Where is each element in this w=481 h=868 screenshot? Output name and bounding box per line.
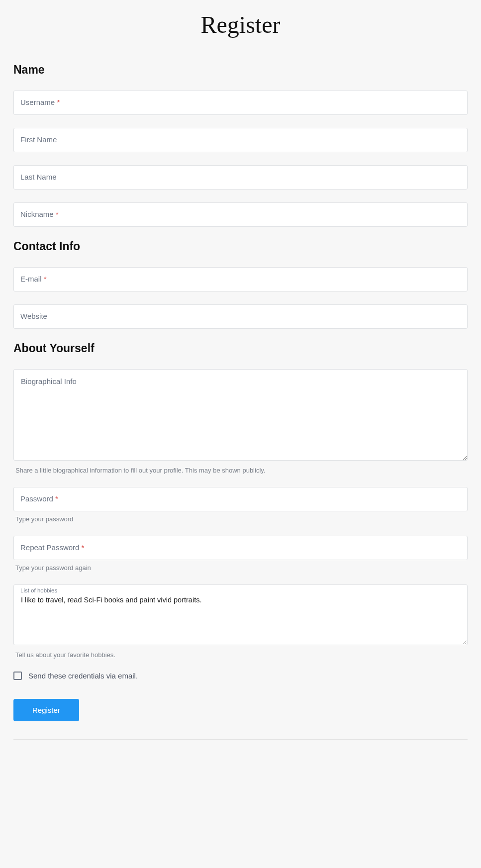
email-input[interactable] [13,267,468,291]
field-hobbies: List of hobbies Tell us about your favor… [13,584,468,659]
hobbies-helper: Tell us about your favorite hobbies. [15,651,468,659]
password-input[interactable] [13,487,468,511]
repeat-password-input[interactable] [13,536,468,560]
website-input[interactable] [13,304,468,329]
section-heading-about: About Yourself [13,342,468,355]
field-last-name: Last Name [13,165,468,190]
username-input[interactable] [13,91,468,115]
last-name-input[interactable] [13,165,468,190]
bio-helper: Share a little biographical information … [15,467,468,474]
page-title: Register [13,0,468,43]
divider [13,739,468,740]
field-password: Password * Type your password [13,487,468,523]
nickname-input[interactable] [13,202,468,227]
field-bio: Share a little biographical information … [13,369,468,474]
register-button[interactable]: Register [13,699,79,721]
field-username: Username * [13,91,468,115]
send-credentials-label: Send these credentials via email. [28,672,138,680]
send-credentials-row: Send these credentials via email. [13,672,468,680]
hobbies-textarea[interactable] [13,584,468,645]
password-helper: Type your password [15,515,468,523]
send-credentials-checkbox[interactable] [13,672,22,680]
field-first-name: First Name [13,128,468,152]
section-heading-contact: Contact Info [13,240,468,253]
bio-textarea[interactable] [13,369,468,461]
field-email: E-mail * [13,267,468,291]
field-website: Website [13,304,468,329]
first-name-input[interactable] [13,128,468,152]
section-heading-name: Name [13,63,468,77]
field-nickname: Nickname * [13,202,468,227]
repeat-password-helper: Type your password again [15,564,468,572]
field-repeat-password: Repeat Password * Type your password aga… [13,536,468,572]
